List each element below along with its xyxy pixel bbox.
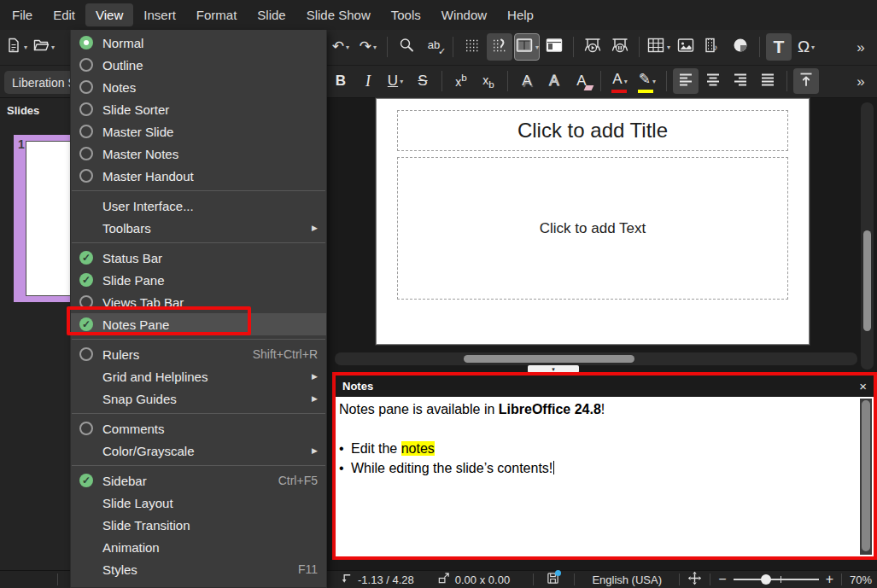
menu-item-master-notes[interactable]: Master Notes (71, 143, 326, 165)
start-current-slide-button[interactable] (607, 33, 633, 61)
notes-scrollbar-thumb[interactable] (862, 400, 870, 551)
outline-font-button[interactable]: A (541, 68, 567, 94)
zoom-slider-track[interactable] (734, 579, 819, 580)
zoom-in-button[interactable]: + (826, 572, 833, 587)
menu-item-comments[interactable]: Comments (71, 417, 326, 440)
italic-button[interactable]: I (355, 68, 381, 94)
start-first-slide-button[interactable] (580, 33, 605, 61)
align-right-button[interactable] (728, 68, 753, 94)
zoom-slider-thumb[interactable] (761, 574, 771, 585)
menu-item-slide-sorter[interactable]: Slide Sorter (71, 98, 326, 120)
menu-item-notes[interactable]: Notes (71, 76, 326, 98)
subscript-button[interactable]: xb (476, 68, 501, 94)
underline-button[interactable]: U▾ (383, 68, 408, 94)
insert-image-button[interactable] (673, 33, 699, 61)
superscript-button[interactable]: xb (448, 68, 474, 94)
menubar-item-tools[interactable]: Tools (381, 3, 431, 26)
dropdown-caret-icon[interactable]: ▾ (652, 78, 656, 85)
highlight-color-button[interactable]: ✎▾ (634, 68, 660, 94)
menubar-item-window[interactable]: Window (431, 3, 497, 26)
special-character-button[interactable]: Ω▾ (793, 33, 819, 61)
slide-canvas[interactable]: Click to add Title Click to add Text (376, 98, 810, 345)
menu-item-rulers[interactable]: RulersShift+Ctrl+R (71, 343, 326, 365)
dropdown-caret-icon[interactable]: ▾ (667, 44, 670, 51)
menubar-item-help[interactable]: Help (497, 3, 544, 26)
menu-item-notes-pane[interactable]: ✓Notes Pane (71, 313, 326, 335)
menubar-item-insert[interactable]: Insert (133, 3, 186, 26)
undo-button[interactable]: ↶▾ (328, 33, 354, 61)
menu-item-normal[interactable]: Normal (71, 32, 326, 54)
insert-chart-button[interactable] (728, 33, 753, 61)
title-placeholder[interactable]: Click to add Title (397, 110, 788, 151)
menu-item-toolbars[interactable]: Toolbars▶ (71, 217, 326, 239)
master-slide-button[interactable] (541, 33, 567, 61)
align-left-button[interactable] (673, 68, 699, 94)
align-center-button[interactable] (700, 68, 726, 94)
menubar-item-edit[interactable]: Edit (43, 3, 85, 26)
horizontal-scrollbar-thumb[interactable] (464, 355, 634, 363)
notes-editor[interactable]: Notes pane is available in LibreOffice 2… (336, 397, 874, 556)
snap-guides-button[interactable] (487, 33, 512, 61)
find-replace-button[interactable] (394, 33, 419, 61)
menu-item-animation[interactable]: Animation (71, 536, 326, 558)
toolbar-overflow-button[interactable]: » (848, 68, 874, 94)
horizontal-scrollbar[interactable] (335, 352, 857, 365)
spelling-button[interactable]: ab✓ (421, 33, 447, 61)
dropdown-caret-icon[interactable]: ▾ (373, 44, 377, 51)
toolbar-overflow-button[interactable]: » (848, 33, 874, 61)
menu-item-snap-guides[interactable]: Snap Guides▶ (71, 387, 326, 410)
menubar-item-view[interactable]: View (85, 3, 133, 26)
dropdown-caret-icon[interactable]: ▾ (400, 78, 403, 85)
menu-item-status-bar[interactable]: ✓Status Bar (71, 247, 326, 269)
dropdown-caret-icon[interactable]: ▾ (51, 44, 55, 51)
grid-button[interactable] (459, 33, 485, 61)
font-color-button[interactable]: A▾ (607, 68, 633, 94)
menu-item-master-slide[interactable]: Master Slide (71, 120, 326, 143)
language-selector[interactable]: English (USA) (592, 573, 662, 586)
save-status-button[interactable] (547, 572, 559, 587)
new-document-button[interactable]: ▾ (3, 33, 29, 61)
redo-button[interactable]: ↷▾ (355, 33, 381, 61)
insert-table-button[interactable]: ▾ (646, 33, 671, 61)
object-size-field[interactable]: 0.00 x 0.00 (437, 572, 510, 587)
vertical-scrollbar-thumb[interactable] (863, 230, 871, 331)
align-justify-button[interactable] (755, 68, 781, 94)
cursor-position-field[interactable]: -1.13 / 4.28 (340, 572, 414, 587)
insert-media-button[interactable]: ♪ (700, 33, 726, 61)
menu-item-master-handout[interactable]: Master Handout (71, 165, 326, 187)
menu-item-user-interface[interactable]: User Interface... (71, 195, 326, 217)
clear-formatting-button[interactable]: A (569, 68, 594, 94)
menu-item-slide-layout[interactable]: Slide Layout (71, 492, 326, 514)
menu-item-color-grayscale[interactable]: Color/Grayscale▶ (71, 440, 326, 462)
body-placeholder[interactable]: Click to add Text (397, 157, 788, 300)
menubar-item-slide[interactable]: Slide (247, 3, 295, 26)
menubar-item-slide-show[interactable]: Slide Show (296, 3, 381, 26)
zoom-slider[interactable]: − + (718, 572, 833, 587)
strikethrough-button[interactable]: S (410, 68, 436, 94)
menubar-item-file[interactable]: File (2, 3, 43, 26)
dropdown-caret-icon[interactable]: ▾ (346, 44, 349, 51)
menu-item-sidebar[interactable]: ✓SidebarCtrl+F5 (71, 469, 326, 492)
menu-item-slide-pane[interactable]: ✓Slide Pane (71, 269, 326, 291)
dropdown-caret-icon[interactable]: ▾ (811, 44, 815, 51)
notes-scrollbar[interactable] (860, 399, 872, 555)
zoom-out-button[interactable]: − (718, 572, 726, 587)
vertical-scrollbar[interactable] (861, 102, 874, 370)
dropdown-caret-icon[interactable]: ▾ (535, 44, 539, 51)
menu-item-outline[interactable]: Outline (71, 54, 326, 76)
notes-close-icon[interactable]: × (859, 379, 867, 393)
insert-textbox-button[interactable]: T (766, 33, 792, 61)
menu-item-styles[interactable]: StylesF11 (71, 558, 326, 580)
menubar-item-format[interactable]: Format (186, 3, 248, 26)
shadow-button[interactable]: A (514, 68, 540, 94)
dropdown-caret-icon[interactable]: ▾ (624, 78, 628, 85)
align-top-button[interactable] (793, 68, 819, 94)
open-folder-button[interactable]: ▾ (31, 33, 56, 61)
menu-item-slide-transition[interactable]: Slide Transition (71, 514, 326, 536)
menu-item-gallery[interactable]: Gallery (71, 580, 326, 588)
fit-slide-button[interactable] (687, 571, 702, 588)
dropdown-caret-icon[interactable]: ▾ (24, 44, 27, 51)
display-views-button[interactable]: ▾ (514, 33, 540, 61)
bold-button[interactable]: B (328, 68, 354, 94)
menu-item-views-tab-bar[interactable]: Views Tab Bar (71, 291, 326, 313)
